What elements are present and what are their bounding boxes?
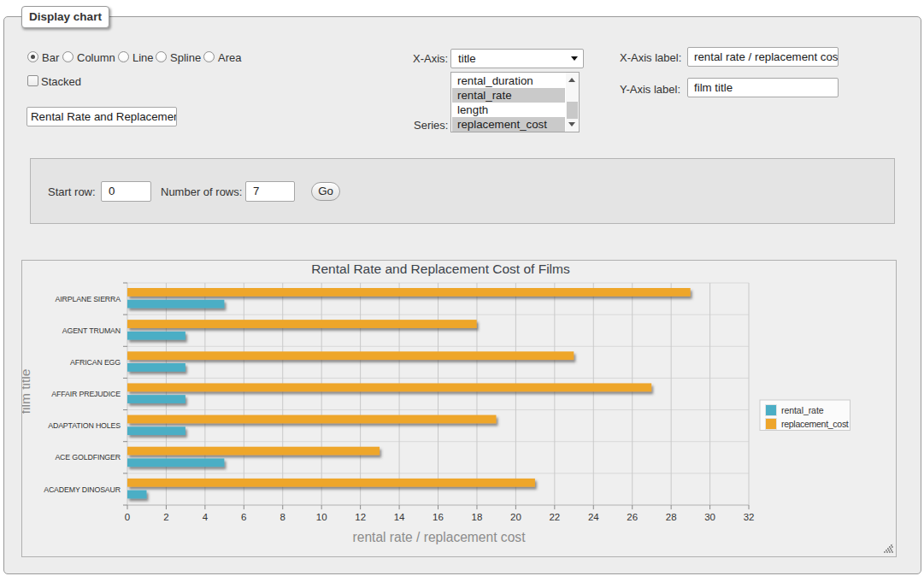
svg-text:ACADEMY DINOSAUR: ACADEMY DINOSAUR: [44, 485, 121, 494]
svg-text:0: 0: [124, 512, 129, 522]
svg-text:12: 12: [355, 512, 366, 522]
svg-text:14: 14: [393, 512, 404, 522]
svg-text:AFRICAN EGG: AFRICAN EGG: [70, 358, 121, 367]
svg-text:22: 22: [549, 512, 560, 522]
svg-text:8: 8: [280, 512, 285, 522]
svg-text:30: 30: [704, 512, 715, 522]
svg-text:AGENT TRUMAN: AGENT TRUMAN: [62, 326, 120, 335]
svg-text:6: 6: [241, 512, 246, 522]
svg-text:16: 16: [433, 512, 444, 522]
svg-text:32: 32: [743, 512, 754, 522]
svg-text:18: 18: [471, 512, 482, 522]
svg-text:20: 20: [510, 512, 521, 522]
svg-text:4: 4: [202, 512, 208, 522]
svg-text:2: 2: [163, 512, 168, 522]
svg-text:26: 26: [627, 512, 638, 522]
svg-text:24: 24: [587, 512, 598, 522]
svg-text:film title: film title: [22, 369, 32, 414]
svg-text:rental rate / replacement cost: rental rate / replacement cost: [352, 530, 526, 544]
svg-text:28: 28: [665, 512, 676, 522]
svg-text:AFFAIR PREJUDICE: AFFAIR PREJUDICE: [51, 390, 121, 398]
svg-text:rental_rate: rental_rate: [781, 405, 824, 415]
svg-text:10: 10: [315, 512, 327, 522]
svg-text:replacement_cost: replacement_cost: [781, 419, 849, 429]
svg-text:ACE GOLDFINGER: ACE GOLDFINGER: [55, 453, 121, 461]
svg-text:ADAPTATION HOLES: ADAPTATION HOLES: [48, 421, 121, 430]
svg-text:AIRPLANE SIERRA: AIRPLANE SIERRA: [55, 295, 121, 303]
svg-text:Rental Rate and Replacement Co: Rental Rate and Replacement Cost of Film…: [311, 262, 570, 276]
